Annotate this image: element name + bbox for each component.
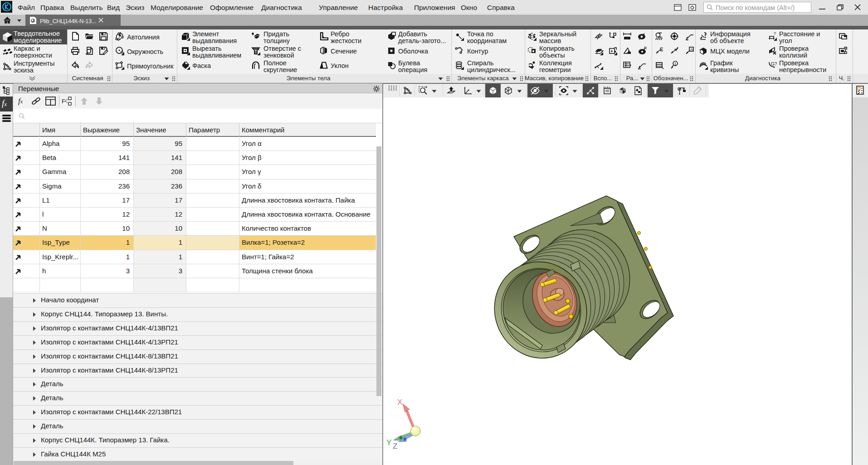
svg-text:G?: G?: [771, 62, 777, 67]
svg-text:R: R: [644, 46, 647, 50]
svg-text:?: ?: [774, 31, 776, 36]
svg-text:F: F: [62, 98, 65, 105]
svg-text:E: E: [660, 47, 663, 52]
svg-text:A: A: [690, 47, 693, 52]
svg-text:1: 1: [674, 62, 677, 66]
